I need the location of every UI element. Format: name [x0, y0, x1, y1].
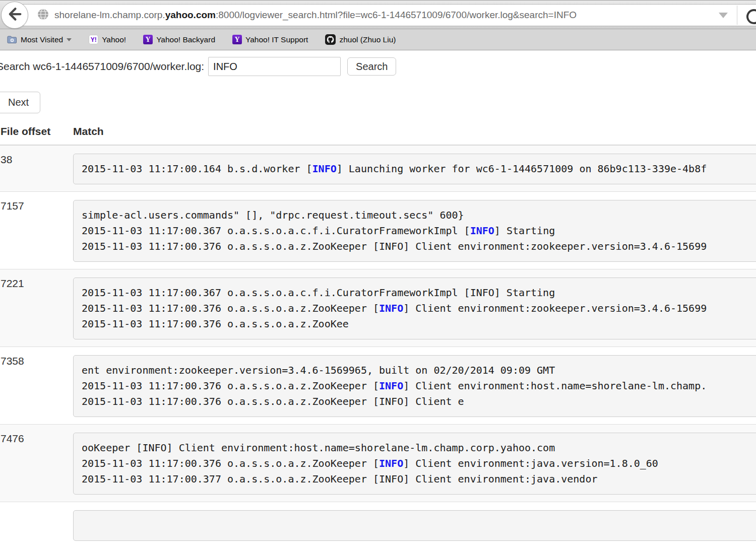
match-log-snippet: 2015-11-03 11:17:00.367 o.a.s.s.o.a.c.f.… [73, 278, 756, 339]
match-log-snippet: ent environment:zookeeper.version=3.4.6-… [73, 355, 756, 417]
table-row: 7157 simple-acl.users.commands" [], "drp… [0, 192, 756, 269]
bookmark-yahoo-it-support[interactable]: Y Yahoo! IT Support [232, 35, 308, 44]
match-cell: ooKeeper [INFO] Client environment:host.… [69, 425, 756, 502]
caret-down-icon [67, 38, 72, 41]
yahoo-y-icon: Y [232, 35, 242, 44]
github-icon [325, 34, 336, 45]
match-cell: 2015-11-03 11:17:00.164 b.s.d.worker [IN… [69, 145, 756, 192]
globe-icon [37, 8, 49, 23]
log-table-body: 38 2015-11-03 11:17:00.164 b.s.d.worker … [0, 145, 756, 548]
reload-button[interactable] [737, 4, 756, 26]
bookmark-yahoo[interactable]: Y! Yahoo! [89, 35, 126, 44]
match-cell: simple-acl.users.commands" [], "drpc.req… [69, 192, 756, 269]
file-offset-cell: 7358 [0, 347, 69, 425]
bookmark-label: Yahoo! Backyard [156, 35, 215, 44]
yahoo-y-icon: Y [143, 35, 153, 44]
match-log-snippet: 2015-11-03 11:17:00.164 b.s.d.worker [IN… [73, 154, 756, 184]
search-form: Search wc6-1-1446571009/6700/worker.log:… [0, 57, 756, 76]
table-row [0, 502, 756, 548]
browser-toolbar: shorelane-lm.champ.corp.yahoo.com:8000/l… [0, 0, 756, 29]
match-header: Match [69, 113, 756, 145]
table-header: File offset Match [0, 113, 756, 145]
yahoo-bang-icon: Y! [89, 35, 98, 44]
next-button[interactable]: Next [0, 92, 40, 113]
search-button[interactable]: Search [347, 57, 396, 76]
file-offset-cell: 7221 [0, 269, 69, 347]
file-offset-cell: 7476 [0, 425, 69, 502]
url-history-dropdown-icon[interactable] [719, 13, 728, 18]
file-offset-cell: 7157 [0, 192, 69, 269]
reload-icon [743, 6, 756, 27]
search-label: Search wc6-1-1446571009/6700/worker.log: [0, 60, 204, 73]
match-cell: ent environment:zookeeper.version=3.4.6-… [69, 347, 756, 425]
bookmarks-toolbar: Most Visited Y! Yahoo! Y Yahoo! Backyard… [0, 29, 756, 50]
table-row: 7221 2015-11-03 11:17:00.367 o.a.s.s.o.a… [0, 269, 756, 347]
url-bar[interactable]: shorelane-lm.champ.corp.yahoo.com:8000/l… [14, 4, 756, 26]
logviewer-page: Search wc6-1-1446571009/6700/worker.log:… [0, 50, 756, 548]
bookmark-label: zhuol (Zhuo Liu) [339, 35, 396, 44]
match-cell [69, 502, 756, 548]
back-button[interactable] [1, 2, 28, 29]
table-row: 38 2015-11-03 11:17:00.164 b.s.d.worker … [0, 145, 756, 192]
bookmark-label: Yahoo! IT Support [245, 35, 308, 44]
file-offset-cell [0, 502, 69, 548]
match-cell: 2015-11-03 11:17:00.367 o.a.s.s.o.a.c.f.… [69, 269, 756, 347]
match-log-snippet: simple-acl.users.commands" [], "drpc.req… [73, 200, 756, 262]
search-input[interactable] [208, 57, 341, 76]
url-text[interactable]: shorelane-lm.champ.corp.yahoo.com:8000/l… [54, 10, 719, 21]
table-row: 7476 ooKeeper [INFO] Client environment:… [0, 425, 756, 502]
file-offset-cell: 38 [0, 145, 69, 192]
bookmark-yahoo-backyard[interactable]: Y Yahoo! Backyard [143, 35, 215, 44]
back-arrow-icon [6, 6, 23, 25]
url-domain: yahoo.com [165, 10, 216, 20]
match-log-snippet [73, 510, 756, 541]
bookmark-github-zhuol[interactable]: zhuol (Zhuo Liu) [325, 34, 396, 45]
bookmark-most-visited[interactable]: Most Visited [7, 35, 72, 44]
bookmark-label: Most Visited [21, 35, 63, 44]
search-results-table: File offset Match 38 2015-11-03 11:17:00… [0, 113, 756, 548]
bookmark-label: Yahoo! [102, 35, 126, 44]
folder-icon [7, 35, 17, 44]
file-offset-header: File offset [0, 113, 69, 145]
match-log-snippet: ooKeeper [INFO] Client environment:host.… [73, 433, 756, 495]
table-row: 7358 ent environment:zookeeper.version=3… [0, 347, 756, 425]
